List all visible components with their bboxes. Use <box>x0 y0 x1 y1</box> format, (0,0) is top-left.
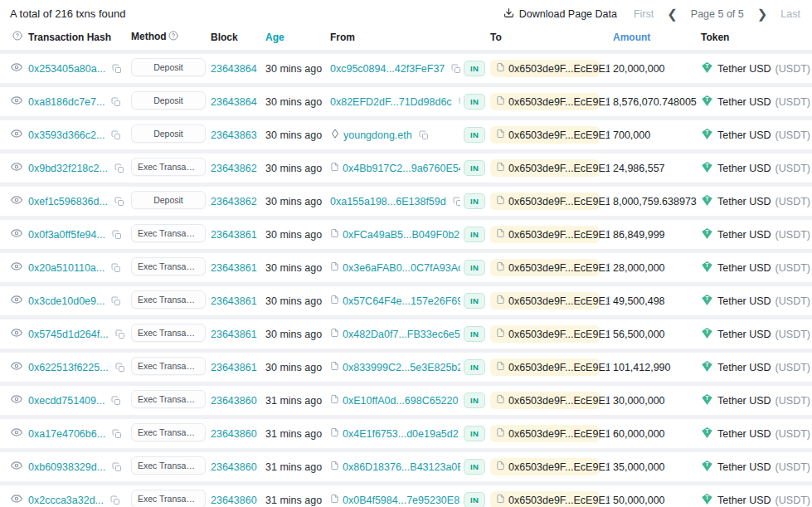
to-address-pill[interactable]: 0x6503de9F...EcE9E153f <box>490 358 600 376</box>
token-link[interactable]: TTether USD(USDT) <box>701 294 810 309</box>
eye-icon[interactable] <box>11 360 22 372</box>
copy-icon[interactable] <box>459 97 460 107</box>
copy-icon[interactable] <box>451 64 460 74</box>
block-link[interactable]: 23643863 <box>211 129 257 141</box>
from-address-link[interactable]: 0x3e6aFAB0...0C7fA93Ac <box>343 262 460 274</box>
from-address-link[interactable]: 0x0B4f5984...7e95230E8 <box>343 495 459 506</box>
copy-icon[interactable] <box>606 197 610 207</box>
token-link[interactable]: TTether USD(USDT) <box>701 128 810 143</box>
from-address-link[interactable]: 0xFCa49aB5...B049F0b21 <box>343 229 460 241</box>
copy-icon[interactable] <box>114 163 124 173</box>
eye-icon[interactable] <box>11 261 22 272</box>
from-address-link[interactable]: 0x482Da0f7...FB33ec6e5 <box>343 329 460 340</box>
copy-icon[interactable] <box>606 263 610 273</box>
eye-icon[interactable] <box>11 327 22 339</box>
txn-hash-link[interactable]: 0x253405a80a... <box>28 63 105 75</box>
copy-icon[interactable] <box>606 495 610 505</box>
txn-hash-link[interactable]: 0xef1c596836d... <box>28 196 108 207</box>
copy-icon[interactable] <box>112 429 122 439</box>
from-address-link[interactable]: 0x833999C2...5e3E825b2 <box>343 362 460 373</box>
copy-icon[interactable] <box>606 230 610 240</box>
eye-icon[interactable] <box>11 95 22 106</box>
block-link[interactable]: 23643860 <box>211 461 257 473</box>
copy-icon[interactable] <box>606 329 610 339</box>
header-age-toggle[interactable]: Age <box>262 25 327 52</box>
copy-icon[interactable] <box>111 296 121 306</box>
txn-hash-link[interactable]: 0x5745d1d264f... <box>28 329 109 340</box>
txn-hash-link[interactable]: 0x20a510110a... <box>28 262 105 274</box>
block-link[interactable]: 23643864 <box>211 96 257 108</box>
from-address-link[interactable]: 0xa155a198...6E138f59d <box>330 196 446 207</box>
eye-icon[interactable] <box>11 128 22 139</box>
copy-icon[interactable] <box>606 429 610 439</box>
token-link[interactable]: TTether USD(USDT) <box>701 460 810 475</box>
txn-hash-link[interactable]: 0x622513f6225... <box>28 362 109 373</box>
copy-icon[interactable] <box>606 163 610 173</box>
download-page-data-button[interactable]: Download Page Data <box>503 7 617 21</box>
block-link[interactable]: 23643860 <box>211 428 257 440</box>
copy-icon[interactable] <box>606 396 610 406</box>
txn-hash-link[interactable]: 0x3cde10d0e9... <box>28 295 105 307</box>
copy-icon[interactable] <box>115 363 125 373</box>
txn-hash-link[interactable]: 0x0f3a0ff5fe94... <box>28 229 105 241</box>
block-link[interactable]: 23643861 <box>211 362 257 373</box>
copy-icon[interactable] <box>606 97 610 107</box>
to-address-pill[interactable]: 0x6503de9F...EcE9E153f <box>490 292 600 310</box>
copy-icon[interactable] <box>606 296 610 306</box>
from-address-link[interactable]: 0x57C64F4e...157e26F69 <box>343 295 460 307</box>
to-address-pill[interactable]: 0x6503de9F...EcE9E153f <box>490 226 600 243</box>
block-link[interactable]: 23643861 <box>211 295 257 307</box>
copy-icon[interactable] <box>112 230 122 240</box>
block-link[interactable]: 23643861 <box>211 329 257 340</box>
copy-icon[interactable] <box>419 130 429 140</box>
copy-icon[interactable] <box>453 197 460 207</box>
token-link[interactable]: TTether USD(USDT) <box>701 493 810 507</box>
to-address-pill[interactable]: 0x6503de9F...EcE9E153f <box>490 491 600 507</box>
from-address-link[interactable]: 0x4E1f6753...d0e19a5d2 <box>343 428 459 440</box>
from-address-link[interactable]: 0x82EFD2dF...71Dd98d6c <box>330 96 452 108</box>
eye-icon[interactable] <box>11 393 22 405</box>
txn-hash-link[interactable]: 0xecdd751409... <box>28 395 105 407</box>
to-address-pill[interactable]: 0x6503de9F...EcE9E153f <box>490 60 600 77</box>
txn-hash-link[interactable]: 0x2ccca3a32d... <box>28 495 104 506</box>
token-link[interactable]: TTether USD(USDT) <box>701 427 810 441</box>
token-link[interactable]: TTether USD(USDT) <box>701 95 810 110</box>
eye-icon[interactable] <box>11 227 22 239</box>
to-address-pill[interactable]: 0x6503de9F...EcE9E153f <box>490 193 600 210</box>
pagination-first-button[interactable]: First <box>634 8 654 20</box>
to-address-pill[interactable]: 0x6503de9F...EcE9E153f <box>490 458 600 475</box>
token-link[interactable]: TTether USD(USDT) <box>701 61 810 76</box>
block-link[interactable]: 23643862 <box>211 196 257 207</box>
pagination-next-icon[interactable]: ❯ <box>757 7 768 20</box>
token-link[interactable]: TTether USD(USDT) <box>701 227 810 242</box>
to-address-pill[interactable]: 0x6503de9F...EcE9E153f <box>490 126 600 144</box>
help-circle-icon[interactable] <box>12 31 22 43</box>
to-address-pill[interactable]: 0x6503de9F...EcE9E153f <box>490 93 600 110</box>
token-link[interactable]: TTether USD(USDT) <box>701 360 810 375</box>
block-link[interactable]: 23643864 <box>211 63 257 75</box>
to-address-pill[interactable]: 0x6503de9F...EcE9E153f <box>490 325 600 343</box>
eye-icon[interactable] <box>11 294 22 305</box>
eye-icon[interactable] <box>11 427 22 438</box>
txn-hash-link[interactable]: 0xa17e4706b6... <box>28 428 105 440</box>
token-link[interactable]: TTether USD(USDT) <box>701 327 810 342</box>
txn-hash-link[interactable]: 0xa8186dc7e7... <box>28 96 105 108</box>
to-address-pill[interactable]: 0x6503de9F...EcE9E153f <box>490 159 600 177</box>
copy-icon[interactable] <box>111 263 121 273</box>
copy-icon[interactable] <box>606 363 610 373</box>
block-link[interactable]: 23643861 <box>211 229 257 241</box>
eye-icon[interactable] <box>11 493 22 505</box>
copy-icon[interactable] <box>112 64 122 74</box>
block-link[interactable]: 23643861 <box>211 262 257 274</box>
from-address-link[interactable]: 0xc95c0894...42f3FeF37 <box>330 63 445 75</box>
block-link[interactable]: 23643860 <box>211 395 257 407</box>
copy-icon[interactable] <box>606 130 610 140</box>
from-address-link[interactable]: 0x4Bb917C2...9a6760E54 <box>343 163 460 174</box>
copy-icon[interactable] <box>115 329 125 339</box>
token-link[interactable]: TTether USD(USDT) <box>701 393 810 408</box>
txn-hash-link[interactable]: 0x3593d366c2... <box>28 129 105 141</box>
txn-hash-link[interactable]: 0xb60938329d... <box>28 461 105 473</box>
txn-hash-link[interactable]: 0x9bd32f218c2... <box>28 163 108 174</box>
copy-icon[interactable] <box>111 396 121 406</box>
from-address-link[interactable]: 0x86D18376...B43123a0E <box>343 461 460 473</box>
